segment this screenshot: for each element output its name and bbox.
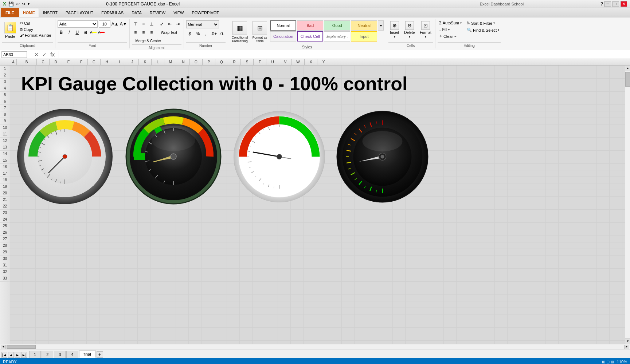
quick-redo[interactable]: ↪: [22, 1, 26, 7]
align-bottom-button[interactable]: ⊥: [148, 20, 155, 28]
italic-button[interactable]: I: [66, 29, 73, 36]
tab-powerpivot[interactable]: POWERPIVOT: [188, 8, 223, 17]
horizontal-scrollbar[interactable]: ◄ ►: [0, 344, 630, 349]
help-icon[interactable]: ?: [600, 1, 603, 7]
tab-nav-last[interactable]: ►|: [21, 352, 27, 358]
font-size-input[interactable]: [99, 20, 110, 28]
minimize-btn[interactable]: ─: [604, 1, 611, 7]
svg-point-93: [381, 155, 384, 158]
fill-color-button[interactable]: A: [90, 29, 97, 36]
style-bad[interactable]: Bad: [297, 20, 323, 31]
styles-expand-btn[interactable]: ▾: [378, 20, 384, 31]
text-orient-button[interactable]: ⤢: [158, 20, 165, 28]
formula-input[interactable]: [62, 51, 629, 58]
find-select-button[interactable]: 🔍 Find & Select ▾: [465, 27, 501, 33]
style-good[interactable]: Good: [324, 20, 350, 31]
percent-btn[interactable]: %: [194, 30, 201, 37]
tab-insert[interactable]: INSERT: [39, 8, 62, 17]
scroll-thumb[interactable]: [625, 72, 630, 87]
spreadsheet-area[interactable]: 1 2 3 4 5 6 7 8 9 10 11 12 13 14 15 16 1…: [0, 66, 630, 344]
style-neutral[interactable]: Neutral: [351, 20, 377, 31]
hscroll-thumb[interactable]: [7, 345, 36, 349]
cut-button[interactable]: ✂ Cut: [18, 20, 53, 26]
dec-dec-btn[interactable]: .0-: [218, 30, 226, 37]
quick-save[interactable]: 💾: [8, 1, 14, 7]
sheet-content[interactable]: KPI Gauge Collection with 0 - 100% contr…: [10, 66, 625, 344]
tab-page-layout[interactable]: PAGE LAYOUT: [62, 8, 97, 17]
currency-btn[interactable]: $: [186, 30, 193, 37]
bold-button[interactable]: B: [58, 29, 65, 36]
format-painter-button[interactable]: 🖌 Format Painter: [18, 33, 53, 38]
autosum-button[interactable]: Σ AutoSum ▾: [438, 20, 463, 25]
quick-access-dropdown[interactable]: ▾: [28, 2, 30, 6]
comma-btn[interactable]: ,: [202, 30, 210, 37]
row-24: 24: [0, 216, 10, 223]
indent-inc-button[interactable]: ⇥: [174, 20, 181, 28]
tab-nav-next[interactable]: ►: [15, 352, 20, 358]
row-18: 18: [0, 177, 10, 183]
number-format-select[interactable]: General: [186, 20, 219, 28]
align-right-button[interactable]: ≡: [148, 29, 155, 36]
cell-reference-box[interactable]: [1, 51, 27, 58]
align-center-button[interactable]: ≡: [140, 29, 147, 36]
sheet-tab-4[interactable]: 4: [66, 351, 78, 358]
style-explanatory[interactable]: Explanatory ,: [324, 31, 350, 41]
tab-file[interactable]: FILE: [1, 8, 19, 17]
underline-button[interactable]: U: [74, 29, 81, 36]
border-button[interactable]: ⊞: [82, 29, 89, 36]
fill-button[interactable]: ↓ Fill ▾: [438, 27, 463, 32]
quick-undo[interactable]: ↩: [16, 1, 20, 7]
tab-review[interactable]: REVIEW: [146, 8, 169, 17]
vertical-scrollbar[interactable]: ▲ ▼: [625, 66, 630, 344]
sheet-tab-3[interactable]: 3: [54, 351, 66, 358]
merge-center-button[interactable]: Merge & Center: [132, 37, 165, 44]
indent-dec-button[interactable]: ⇤: [166, 20, 173, 28]
font-color-button[interactable]: A: [98, 29, 105, 36]
align-top-button[interactable]: ⊤: [132, 20, 139, 28]
dec-inc-btn[interactable]: .0+: [210, 30, 218, 37]
new-sheet-btn[interactable]: +: [97, 351, 103, 358]
sheet-tab-2[interactable]: 2: [42, 351, 53, 358]
restore-btn[interactable]: □: [613, 1, 619, 7]
style-check-cell[interactable]: Check Cell: [297, 31, 323, 41]
copy-button[interactable]: ⧉ Copy: [18, 27, 53, 32]
sort-filter-button[interactable]: ⇅ Sort & Filter ▾: [465, 20, 501, 26]
tab-home[interactable]: HOME: [19, 8, 39, 17]
font-shrink-button[interactable]: A▼: [120, 20, 127, 28]
delete-cells-button[interactable]: ⊖ Delete ▾: [403, 20, 416, 39]
insert-function-button[interactable]: fx: [49, 52, 56, 58]
style-calculation[interactable]: Calculation: [270, 31, 296, 41]
row-6: 6: [0, 98, 10, 105]
row-13: 13: [0, 144, 10, 151]
sheet-tab-1[interactable]: 1: [29, 351, 41, 358]
tab-view[interactable]: VIEW: [169, 8, 188, 17]
tab-nav-prev[interactable]: ◄: [8, 352, 14, 358]
tab-nav-first[interactable]: |◄: [1, 352, 7, 358]
format-cells-button[interactable]: ⊡ Format ▾: [418, 20, 433, 39]
scroll-down-btn[interactable]: ▼: [625, 338, 630, 344]
tab-data[interactable]: DATA: [128, 8, 146, 17]
close-btn[interactable]: ✕: [621, 1, 627, 7]
hscroll-left-btn[interactable]: ◄: [1, 345, 6, 349]
format-as-table-button[interactable]: ⊞ Format asTable: [251, 20, 269, 44]
row-7: 7: [0, 105, 10, 111]
align-left-button[interactable]: ≡: [132, 29, 139, 36]
sheet-tab-final[interactable]: final: [79, 351, 96, 358]
cancel-formula-button[interactable]: ✕: [33, 52, 40, 58]
style-input[interactable]: Input: [351, 31, 377, 41]
font-family-select[interactable]: Arial: [58, 20, 98, 28]
col-header-g: G: [88, 59, 101, 65]
insert-cells-button[interactable]: ⊕ Insert ▾: [388, 20, 400, 39]
font-grow-button[interactable]: A▲: [111, 20, 119, 28]
wrap-text-button[interactable]: Wrap Text: [158, 29, 180, 36]
hscroll-right-btn[interactable]: ►: [624, 345, 629, 349]
confirm-formula-button[interactable]: ✓: [41, 52, 48, 58]
paste-button[interactable]: 📋 Paste: [2, 20, 18, 40]
scroll-up-btn[interactable]: ▲: [625, 66, 630, 71]
conditional-formatting-button[interactable]: ▦ ConditionalFormatting: [230, 20, 250, 44]
style-normal[interactable]: Normal: [270, 20, 296, 31]
align-middle-button[interactable]: ≡: [140, 20, 147, 28]
tab-formulas[interactable]: FORMULAS: [97, 8, 128, 17]
copy-icon: ⧉: [20, 27, 23, 32]
clear-button[interactable]: ✧ Clear ~: [438, 33, 463, 39]
